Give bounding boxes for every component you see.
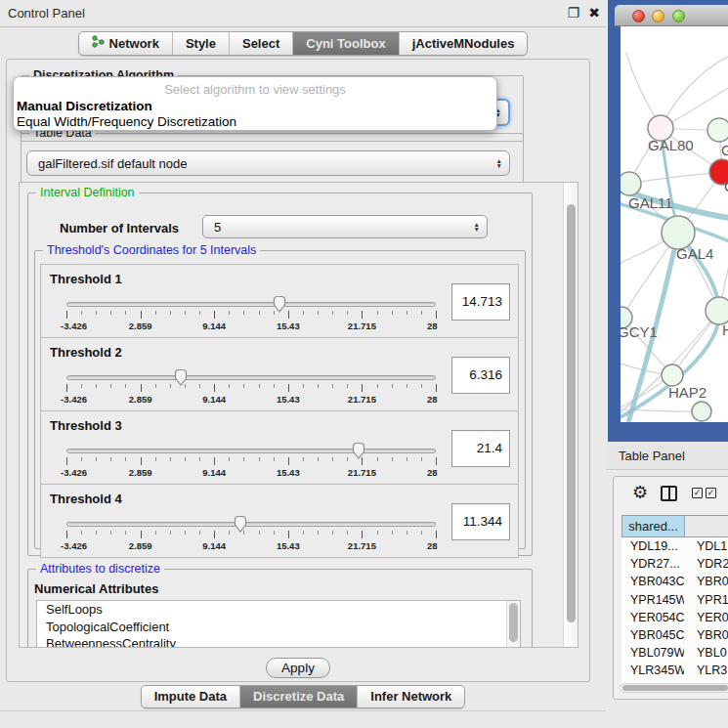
slider-ticks <box>66 311 436 319</box>
threshold-value-field[interactable]: 11.344 <box>451 503 510 540</box>
number-of-intervals-label: Number of Intervals <box>60 221 179 236</box>
algorithm-dropdown-popup: Select algorithm to view settings Manual… <box>13 76 497 131</box>
slider-track[interactable] <box>66 302 436 307</box>
table-row[interactable]: YBR043CYBR0 <box>621 573 728 590</box>
node-label: GCY1 <box>621 323 658 340</box>
cyni-toolbox-content: Discretization Algorithm ▲▼ Select algor… <box>6 59 590 682</box>
node-label: GAL80 <box>648 137 694 153</box>
threshold-value-field[interactable]: 14.713 <box>451 283 510 321</box>
list-item[interactable]: TopologicalCoefficient <box>37 619 520 636</box>
slider-track[interactable] <box>66 449 436 453</box>
node-label: GAL11 <box>628 194 673 211</box>
slider-tick-labels: -3.426 2.859 9.144 15.43 21.715 28 <box>66 321 436 332</box>
column-header-name[interactable]: n <box>685 516 728 536</box>
close-traffic-light-icon[interactable] <box>632 10 645 22</box>
zoom-traffic-light-icon[interactable] <box>672 10 685 22</box>
slider-track[interactable] <box>66 375 436 380</box>
interval-definition-title: Interval Definition <box>36 186 139 199</box>
threshold-row: Threshold 2 -3.426 2.859 9.144 <box>40 337 519 411</box>
table-data-value: galFiltered.sif default node <box>38 156 187 171</box>
settings-scroll-pane: Interval Definition Number of Intervals … <box>19 182 578 648</box>
slider-ticks <box>66 531 436 538</box>
threshold-slider[interactable]: -3.426 2.859 9.144 15.43 21.715 28 <box>66 367 436 408</box>
list-item[interactable]: BetweennessCentrality <box>37 635 520 648</box>
interval-definition-group: Interval Definition Number of Intervals … <box>27 193 533 556</box>
slider-tick-labels: -3.426 2.859 9.144 15.43 21.715 28 <box>66 540 436 552</box>
table-row[interactable]: YDL19...YDL1 <box>621 537 728 555</box>
network-node[interactable] <box>621 172 641 195</box>
table-data-combo[interactable]: galFiltered.sif default node ▲▼ <box>26 150 510 176</box>
threshold-label: Threshold 4 <box>50 492 122 506</box>
table-row[interactable]: YBR045CYBR0 <box>621 626 728 644</box>
list-scrollbar[interactable] <box>506 601 520 648</box>
node-label: GA <box>721 142 728 158</box>
threshold-slider[interactable]: -3.426 2.859 9.144 15.43 21.715 28 <box>66 294 436 335</box>
control-panel: Control Panel ❐ ✖ Network Style <box>0 0 606 728</box>
threshold-rows: Threshold 1 -3.426 2.859 9.144 <box>40 265 519 558</box>
slider-handle[interactable] <box>272 295 288 314</box>
tab-cyni-toolbox[interactable]: Cyni Toolbox <box>293 32 399 55</box>
option-manual-discretization[interactable]: Manual Discretization <box>17 99 152 113</box>
network-node[interactable] <box>662 364 683 386</box>
minimize-traffic-light-icon[interactable] <box>652 10 664 22</box>
bottom-divider <box>0 710 606 711</box>
number-of-intervals-combo[interactable]: 5 ▲▼ <box>202 215 488 238</box>
tab-impute-data[interactable]: Impute Data <box>142 686 240 707</box>
tab-discretize-data[interactable]: Discretize Data <box>240 686 358 707</box>
settings-vertical-scrollbar[interactable] <box>563 183 578 647</box>
slider-track[interactable] <box>66 522 436 527</box>
option-equal-width-frequency[interactable]: Equal Width/Frequency Discretization <box>17 114 236 129</box>
gear-icon[interactable]: ⚙ <box>632 482 648 503</box>
threshold-row: Threshold 4 -3.426 2.859 9.144 <box>40 484 519 558</box>
table-horizontal-scrollbar[interactable] <box>620 683 728 693</box>
tab-infer-network[interactable]: Infer Network <box>358 686 464 707</box>
table-row[interactable]: YPR145WYPR1 <box>621 591 728 609</box>
slider-handle[interactable] <box>350 442 366 460</box>
network-window-titlebar[interactable] <box>615 5 728 26</box>
threshold-value-field[interactable]: 21.4 <box>451 430 510 467</box>
table-row[interactable]: YBL079WYBL0 <box>621 644 728 662</box>
float-window-icon[interactable]: ❐ <box>568 5 580 21</box>
threshold-value-field[interactable]: 6.316 <box>451 357 510 394</box>
top-tab-bar: Network Style Select Cyni Toolbox jActiv… <box>0 31 606 56</box>
slider-handle[interactable] <box>173 368 190 387</box>
slider-handle[interactable] <box>232 515 248 534</box>
threshold-label: Threshold 2 <box>50 345 122 360</box>
slider-tick-labels: -3.426 2.859 9.144 15.43 21.715 28 <box>66 467 436 479</box>
checkbox-icon[interactable]: ✓ <box>706 488 716 498</box>
tab-select[interactable]: Select <box>230 32 293 55</box>
network-node[interactable] <box>706 297 728 324</box>
network-window-frame: GAL80 GA C GAL11 GAL4 GCY1 H HAP2 <box>608 0 728 442</box>
apply-button[interactable]: Apply <box>266 658 330 678</box>
list-item[interactable]: SelfLoops <box>37 601 520 619</box>
checkbox-icon[interactable]: ✓ <box>692 488 703 498</box>
threshold-row: Threshold 3 -3.426 2.859 9.144 <box>40 410 519 485</box>
threshold-slider[interactable]: -3.426 2.859 9.144 15.43 21.715 28 <box>66 514 436 555</box>
table-row[interactable]: YER054CYER0 <box>621 609 728 626</box>
combo-arrows-icon: ▲▼ <box>496 158 502 168</box>
tab-network[interactable]: Network <box>79 32 173 55</box>
right-side: GAL80 GA C GAL11 GAL4 GCY1 H HAP2 Table … <box>606 0 728 728</box>
attributes-group-title: Attributes to discretize <box>36 562 164 576</box>
tab-jactivemnodules[interactable]: jActiveMNodules <box>400 32 528 55</box>
number-of-intervals-value: 5 <box>214 220 221 235</box>
numerical-attributes-list: SelfLoops TopologicalCoefficient Between… <box>36 600 521 648</box>
network-node[interactable] <box>707 118 728 142</box>
network-icon <box>92 35 105 51</box>
table-row[interactable]: YDR27...YDR2 <box>621 555 728 573</box>
slider-ticks <box>66 384 436 392</box>
control-panel-titlebar: Control Panel ❐ ✖ <box>0 0 606 27</box>
tab-style[interactable]: Style <box>173 32 230 55</box>
table-row[interactable]: YLR345WYLR3 <box>621 662 728 679</box>
network-node[interactable] <box>692 402 711 421</box>
threshold-slider[interactable]: -3.426 2.859 9.144 15.43 21.715 28 <box>66 441 436 482</box>
network-canvas[interactable]: GAL80 GA C GAL11 GAL4 GCY1 H HAP2 <box>621 26 728 422</box>
table-panel-toolbar: ⚙ ✓ ✓ <box>614 477 728 512</box>
split-columns-icon[interactable] <box>661 486 677 501</box>
node-label: GAL4 <box>676 245 713 262</box>
network-node[interactable] <box>662 216 695 249</box>
close-icon[interactable]: ✖ <box>588 5 600 21</box>
numerical-attributes-label: Numerical Attributes <box>34 581 158 596</box>
threshold-label: Threshold 1 <box>50 272 122 286</box>
column-header-shared-name[interactable]: shared... <box>622 516 685 536</box>
